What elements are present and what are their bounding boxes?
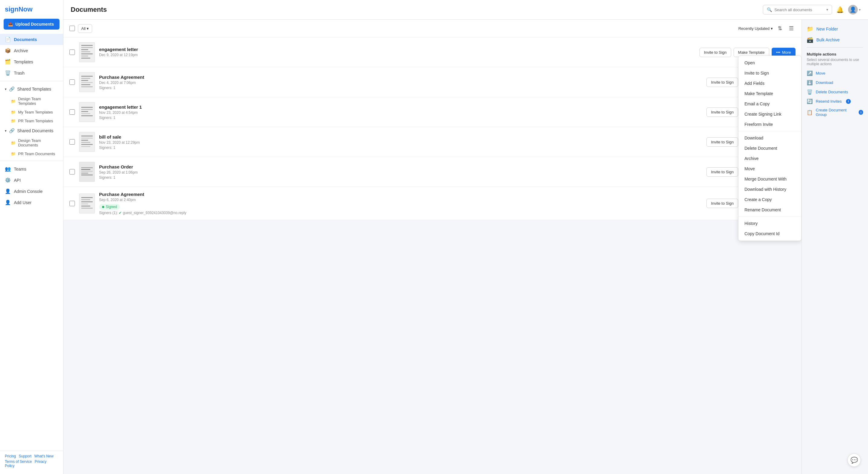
thumb-line — [81, 78, 90, 79]
sidebar-item-archive[interactable]: 📦 Archive — [0, 45, 63, 56]
pricing-link[interactable]: Pricing — [5, 454, 16, 458]
sidebar-item-design-team-templates[interactable]: 📁 Design Team Templates — [0, 95, 63, 108]
share-icon: 🔗 — [9, 86, 15, 92]
sidebar-item-design-team-documents[interactable]: 📁 Design Team Documents — [0, 136, 63, 150]
thumb-line — [81, 203, 88, 204]
header-right: 🔍 ▾ 🔔 👤 ▾ — [763, 5, 861, 14]
doc-2-date: Dec 4, 2020 at 7:06pm — [99, 81, 702, 85]
table-row: Purchase Agreement Dec 4, 2020 at 7:06pm… — [63, 67, 802, 97]
thumb-line — [81, 140, 88, 141]
doc-1-checkbox[interactable] — [69, 50, 75, 55]
search-box[interactable]: 🔍 ▾ — [763, 5, 832, 14]
search-input[interactable] — [774, 7, 823, 12]
doc-5-invite-to-sign-button[interactable]: Invite to Sign — [706, 167, 738, 177]
sidebar-item-admin-console[interactable]: 👤 Admin Console — [0, 186, 63, 197]
dropdown-email-a-copy[interactable]: Email a Copy — [738, 99, 801, 109]
shared-documents-header[interactable]: ▾ 🔗 Shared Documents — [0, 125, 63, 136]
terms-link[interactable]: Terms of Service — [5, 460, 32, 464]
sidebar-item-pr-team-templates[interactable]: 📁 PR Team Templates — [0, 117, 63, 125]
select-all-checkbox[interactable] — [69, 26, 75, 31]
thumb-line — [81, 58, 90, 59]
sidebar-item-add-user[interactable]: 👤 Add User — [0, 197, 63, 208]
dropdown-create-a-copy[interactable]: Create a Copy — [738, 194, 801, 205]
sidebar-item-my-team-templates[interactable]: 📁 My Team Templates — [0, 108, 63, 117]
doc-5-checkbox[interactable] — [69, 169, 75, 175]
doc-4-invite-to-sign-button[interactable]: Invite to Sign — [706, 137, 738, 147]
dropdown-delete-document[interactable]: Delete Document — [738, 143, 801, 153]
notification-icon[interactable]: 🔔 — [836, 6, 844, 13]
upload-documents-button[interactable]: 📤 Upload Documents — [4, 19, 60, 30]
search-dropdown-arrow[interactable]: ▾ — [826, 7, 828, 12]
thumb-lines — [81, 107, 93, 118]
sidebar-item-pr-team-documents[interactable]: 📁 PR Team Documents — [0, 150, 63, 158]
dropdown-move[interactable]: Move — [738, 164, 801, 174]
folder-icon: 📁 — [11, 110, 16, 115]
divider-2 — [0, 161, 63, 161]
thumb-line — [81, 45, 93, 46]
dropdown-open[interactable]: Open — [738, 58, 801, 68]
panel-download-action[interactable]: ⬇️ Download — [807, 80, 863, 86]
more-dots-icon: ••• — [776, 50, 780, 55]
thumb-line — [81, 206, 90, 207]
panel-resend-invites-action[interactable]: 🔄 Resend Invites i — [807, 98, 863, 104]
thumb-line — [81, 86, 93, 87]
thumb-line — [81, 197, 93, 198]
dropdown-create-signing-link[interactable]: Create Signing Link — [738, 109, 801, 119]
panel-move-action[interactable]: ↗️ Move — [807, 70, 863, 76]
doc-4-date: Nov 23, 2020 at 12:29pm — [99, 140, 702, 145]
avatar-wrap[interactable]: 👤 ▾ — [848, 5, 861, 14]
thumb-line — [81, 173, 88, 173]
sidebar-item-teams[interactable]: 👥 Teams — [0, 163, 63, 175]
doc-2-invite-to-sign-button[interactable]: Invite to Sign — [706, 77, 738, 87]
doc-2-checkbox[interactable] — [69, 80, 75, 85]
doc-3-thumbnail — [79, 102, 95, 122]
dropdown-make-template[interactable]: Make Template — [738, 89, 801, 99]
new-folder-icon: 📁 — [807, 26, 813, 32]
shared-templates-header[interactable]: ▾ 🔗 Shared Templates — [0, 84, 63, 95]
delete-icon: 🗑️ — [807, 89, 813, 95]
doc-4-checkbox[interactable] — [69, 139, 75, 145]
doc-6-signers: Signers (1): ✔ guest_signer_939241043039… — [99, 211, 702, 215]
dropdown-merge-document-with[interactable]: Merge Document With — [738, 174, 801, 184]
sort-recently-updated[interactable]: Recently Updated ▾ — [738, 26, 773, 31]
whats-new-link[interactable]: What's New — [34, 454, 54, 458]
sidebar-item-trash[interactable]: 🗑️ Trash — [0, 67, 63, 78]
sidebar-item-documents[interactable]: 📄 Documents — [0, 34, 63, 45]
sidebar-item-api[interactable]: ⚙️ API — [0, 175, 63, 186]
panel-create-document-group-action[interactable]: 📋 Create Document Group i — [807, 108, 863, 117]
doc-3-invite-to-sign-button[interactable]: Invite to Sign — [706, 107, 738, 117]
dropdown-history[interactable]: History — [738, 218, 801, 228]
dropdown-freeform-invite[interactable]: Freeform Invite — [738, 119, 801, 129]
panel-delete-documents-action[interactable]: 🗑️ Delete Documents — [807, 89, 863, 95]
thumb-lines — [81, 167, 93, 176]
sidebar-item-templates[interactable]: 🗂️ Templates — [0, 56, 63, 67]
dropdown-archive[interactable]: Archive — [738, 153, 801, 164]
doc-3-date: Nov 23, 2020 at 4:54pm — [99, 110, 702, 115]
thumb-line — [81, 113, 90, 114]
sort-order-button[interactable]: ⇅ — [776, 24, 784, 33]
dropdown-rename-document[interactable]: Rename Document — [738, 205, 801, 215]
dropdown-add-fields[interactable]: Add Fields — [738, 78, 801, 89]
documents-icon: 📄 — [5, 36, 11, 42]
panel-divider — [807, 48, 863, 48]
dropdown-copy-document-id[interactable]: Copy Document Id — [738, 228, 801, 239]
bulk-archive-action[interactable]: 🗃️ Bulk Archive — [807, 36, 863, 43]
doc-2-signers: Signers: 1 — [99, 86, 702, 90]
doc-1-info: engagement letter Dec 9, 2020 at 12:19pm — [99, 47, 695, 58]
new-folder-action[interactable]: 📁 New Folder — [807, 26, 863, 32]
dropdown-download-with-history[interactable]: Download with History — [738, 184, 801, 194]
avatar-dropdown-arrow[interactable]: ▾ — [859, 8, 861, 12]
dropdown-download[interactable]: Download — [738, 133, 801, 143]
chat-button[interactable]: 💬 — [847, 453, 861, 467]
filter-select[interactable]: All ▾ — [78, 24, 92, 33]
support-link[interactable]: Support — [19, 454, 31, 458]
doc-3-checkbox[interactable] — [69, 109, 75, 115]
view-toggle-button[interactable]: ☰ — [787, 24, 796, 33]
doc-6-checkbox[interactable] — [69, 201, 75, 206]
doc-6-invite-to-sign-button[interactable]: Invite to Sign — [706, 199, 738, 208]
doc-1-invite-to-sign-button[interactable]: Invite to Sign — [700, 48, 731, 57]
table-row: Purchase Order Sep 26, 2020 at 1:06pm Si… — [63, 157, 802, 187]
dropdown-invite-to-sign[interactable]: Invite to Sign — [738, 68, 801, 78]
thumb-line — [81, 169, 90, 170]
thumb-line — [81, 144, 93, 145]
